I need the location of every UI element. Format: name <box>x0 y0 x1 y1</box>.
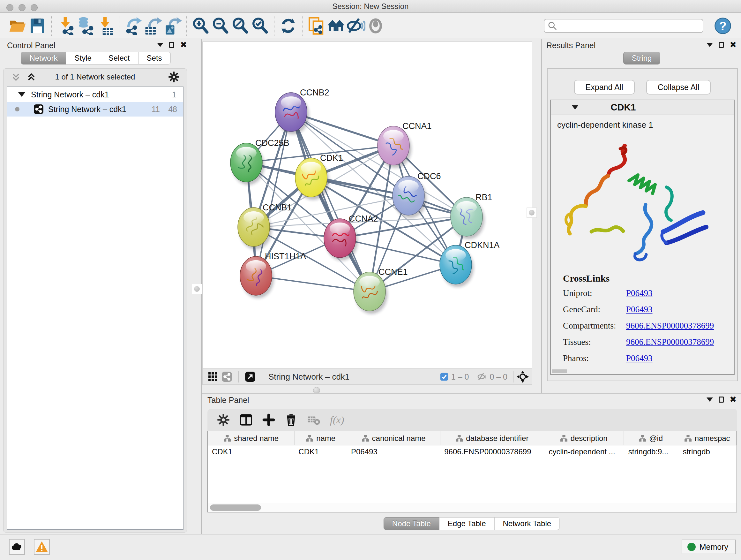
delete-column-icon[interactable] <box>285 414 297 426</box>
table-options-gear-icon[interactable] <box>217 414 230 426</box>
panel-float-icon[interactable] <box>719 396 724 402</box>
collapse-all-button[interactable]: Collapse All <box>646 80 711 95</box>
results-scrollbar-thumb[interactable] <box>552 369 567 373</box>
open-file-icon[interactable] <box>8 15 27 37</box>
zoom-fit-icon[interactable] <box>230 15 250 37</box>
tab-style[interactable]: Style <box>66 52 100 64</box>
node-section-header[interactable]: CDK1 <box>551 100 734 115</box>
panel-close-icon[interactable]: ✖ <box>730 42 737 48</box>
network-node-CCNB2[interactable]: CCNB2 <box>275 88 329 134</box>
export-image-icon[interactable] <box>163 15 183 37</box>
document-share-icon[interactable] <box>307 15 326 37</box>
panel-close-icon[interactable]: ✖ <box>180 42 187 48</box>
hidden-eye-slash-icon[interactable] <box>477 372 487 382</box>
birdseye-share-icon[interactable] <box>220 370 234 383</box>
tab-edge-table[interactable]: Edge Table <box>440 517 495 530</box>
column-header--id[interactable]: @id <box>624 431 678 445</box>
show-grid-icon[interactable] <box>206 370 220 383</box>
import-network-from-database-icon[interactable] <box>75 15 95 37</box>
panel-float-icon[interactable] <box>719 42 724 48</box>
search-field[interactable] <box>544 19 703 33</box>
column-header-canonical-name[interactable]: canonical name <box>347 431 441 445</box>
show-columns-icon[interactable] <box>239 413 253 427</box>
tab-string[interactable]: String <box>623 52 661 64</box>
function-builder-icon[interactable]: f(x) <box>330 414 344 426</box>
help-icon[interactable]: ? <box>713 15 733 37</box>
fit-selected-crosshair-icon[interactable] <box>517 371 529 383</box>
table-hscrollbar-thumb[interactable] <box>210 504 261 511</box>
crosslink-link[interactable]: P06493 <box>626 305 653 314</box>
network-node-CCNA1[interactable]: CCNA1 <box>378 121 432 168</box>
table-cell[interactable]: CDK1 <box>294 445 347 459</box>
panel-menu-icon[interactable] <box>706 43 713 47</box>
homes-icon[interactable] <box>326 15 346 37</box>
hide-eye-icon[interactable] <box>346 15 366 37</box>
network-row[interactable]: String Network – cdk1 11 48 <box>7 102 183 117</box>
network-options-gear-icon[interactable] <box>168 71 180 83</box>
open-in-window-icon[interactable] <box>243 370 257 383</box>
panel-menu-icon[interactable] <box>157 43 163 47</box>
export-table-icon[interactable] <box>143 15 163 37</box>
column-header-shared-name[interactable]: shared name <box>208 431 294 445</box>
table-cell[interactable]: stringdb:9... <box>624 445 678 459</box>
column-header-namespac[interactable]: namespac <box>678 431 737 445</box>
tab-network-table[interactable]: Network Table <box>495 517 560 530</box>
table-hscrollbar[interactable] <box>208 503 737 512</box>
eye-icon[interactable] <box>366 15 386 37</box>
panel-close-icon[interactable]: ✖ <box>730 396 737 402</box>
network-node-CCNE1[interactable]: CCNE1 <box>354 267 408 314</box>
right-splitter-handle[interactable] <box>527 207 537 218</box>
save-session-icon[interactable] <box>27 15 47 37</box>
tab-select[interactable]: Select <box>100 52 138 64</box>
tab-node-table[interactable]: Node Table <box>384 517 440 530</box>
column-header-name[interactable]: name <box>294 431 347 445</box>
panel-float-icon[interactable] <box>169 42 174 48</box>
network-node-CDKN1A[interactable]: CDKN1A <box>440 240 500 287</box>
left-splitter-handle[interactable] <box>192 284 202 294</box>
tab-sets[interactable]: Sets <box>138 52 171 64</box>
crosslink-link[interactable]: 9606.ENSP00000378699 <box>626 321 714 331</box>
table-cell[interactable]: CDK1 <box>208 445 294 459</box>
table-cell[interactable]: P06493 <box>347 445 441 459</box>
network-canvas[interactable]: CCNB2CCNA1CDC25BCDK1CDC6RB1CCNB1CCNA2CDK… <box>202 42 532 369</box>
zoom-out-icon[interactable] <box>211 15 230 37</box>
crosslink-link[interactable]: 9606.ENSP00000378699 <box>626 337 714 347</box>
delete-table-icon[interactable] <box>307 413 320 427</box>
network-node-CCNA2[interactable]: CCNA2 <box>324 214 378 260</box>
network-node-CDC6[interactable]: CDC6 <box>393 172 441 218</box>
crosslink-link[interactable]: P06493 <box>626 288 653 298</box>
collection-expand-icon[interactable] <box>18 92 25 97</box>
add-column-icon[interactable] <box>262 414 275 426</box>
tab-network[interactable]: Network <box>21 52 66 64</box>
zoom-selected-icon[interactable] <box>250 15 270 37</box>
right-panel-divider[interactable] <box>540 39 540 393</box>
network-collection-row[interactable]: String Network – cdk1 1 <box>7 87 183 102</box>
table-cell[interactable]: cyclin-dependent ... <box>544 445 623 459</box>
import-table-icon[interactable] <box>95 15 115 37</box>
crosslink-link[interactable]: P06493 <box>626 354 653 363</box>
table-panel-tabs: Node TableEdge TableNetwork Table <box>384 517 560 530</box>
column-type-icon <box>456 435 463 442</box>
zoom-in-icon[interactable] <box>191 15 211 37</box>
network-node-HIST1H1A[interactable]: HIST1H1A <box>240 252 306 298</box>
column-header-database-identifier[interactable]: database identifier <box>441 431 544 445</box>
export-network-icon[interactable] <box>123 15 143 37</box>
table-cell[interactable]: stringdb <box>678 445 737 459</box>
horizontal-splitter-handle[interactable] <box>313 387 320 394</box>
network-edge-CCNB2-CCNE1[interactable] <box>291 112 369 292</box>
column-header-description[interactable]: description <box>544 431 623 445</box>
node-label-HIST1H1A: HIST1H1A <box>265 252 306 261</box>
import-network-icon[interactable] <box>56 15 75 37</box>
table-cell[interactable]: 9606.ENSP00000378699 <box>441 445 544 459</box>
svg-text:?: ? <box>719 19 727 33</box>
search-input[interactable] <box>557 21 694 30</box>
warning-button[interactable] <box>34 539 50 555</box>
table-row[interactable]: CDK1CDK1P064939606.ENSP00000378699cyclin… <box>208 445 737 459</box>
selected-checkbox-icon[interactable] <box>440 372 449 381</box>
network-node-RB1[interactable]: RB1 <box>451 192 492 239</box>
refresh-icon[interactable] <box>278 15 298 37</box>
panel-menu-icon[interactable] <box>706 397 713 401</box>
cloud-button[interactable] <box>9 539 25 555</box>
memory-button[interactable]: Memory <box>682 540 736 554</box>
expand-all-button[interactable]: Expand All <box>574 80 635 95</box>
